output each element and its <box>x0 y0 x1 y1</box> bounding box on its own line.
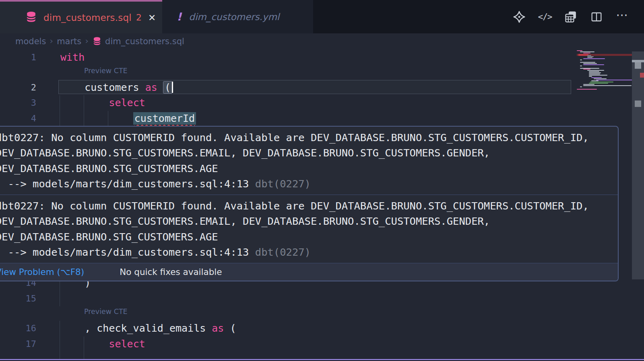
warning-icon: ! <box>177 10 182 23</box>
error-message-line: DEV_DATABASE.BRUNO.STG_CUSTOMERS.EMAIL, … <box>0 145 618 160</box>
code-token: select <box>109 97 145 109</box>
minimap-line <box>589 75 607 76</box>
matched-bracket: ( <box>163 82 172 93</box>
indent-guide <box>84 352 84 360</box>
code-line[interactable]: 17 select <box>0 336 644 352</box>
minimap-line <box>587 56 594 57</box>
compiled-code-icon[interactable]: </> <box>538 8 552 25</box>
diagnostic-code: dbt(0227) <box>255 246 311 258</box>
minimap-line <box>583 58 605 59</box>
minimap-line <box>589 83 608 84</box>
code-line[interactable]: 15 <box>0 291 644 307</box>
code-token: , check_valid_emails <box>60 322 212 334</box>
code-line[interactable]: 3 select <box>0 95 644 111</box>
breadcrumb-models[interactable]: models <box>15 37 46 46</box>
editor-actions: </> ⋯ <box>512 0 630 33</box>
error-message-line: DEV_DATABASE.BRUNO.STG_CUSTOMERS.AGE <box>0 229 618 244</box>
minimap-line <box>580 51 594 52</box>
error-block: dbt0227: No column CUSTOMERID found. Ava… <box>0 127 618 195</box>
tab-dim-customers-yml[interactable]: ! dim_customers.yml <box>162 0 313 33</box>
database-icon <box>92 36 102 48</box>
close-icon[interactable]: ✕ <box>148 12 156 23</box>
codelens-preview-cte[interactable]: Preview CTE <box>84 67 128 75</box>
minimap-line <box>580 68 599 69</box>
query-results-icon[interactable] <box>564 8 578 25</box>
dbt-power-user-icon[interactable] <box>512 8 526 25</box>
code-token <box>60 338 109 350</box>
chevron-right-icon: › <box>46 36 57 47</box>
code-text: customerId <box>60 111 196 127</box>
modified-count-badge: 2 <box>136 12 142 23</box>
indent-guide <box>60 321 60 336</box>
code-token: as <box>145 82 157 93</box>
minimap-line <box>583 84 594 85</box>
code-line[interactable] <box>0 352 644 360</box>
tab-dim-customers-sql[interactable]: dim_customers.sql 2 ✕ <box>0 0 162 33</box>
code-line[interactable]: 1with <box>0 50 644 66</box>
code-token: as <box>212 322 224 334</box>
line-number: 17 <box>0 336 36 352</box>
breadcrumb-file[interactable]: dim_customers.sql <box>105 37 184 46</box>
error-block: dbt0227: No column CUSTOMERID found. Ava… <box>0 195 618 263</box>
minimap-line <box>590 82 613 82</box>
code-token: ( <box>224 322 236 334</box>
breadcrumb-marts[interactable]: marts <box>57 37 81 46</box>
code-text: customers as ( <box>60 80 173 96</box>
overview-error-marker <box>640 73 644 78</box>
code-line[interactable]: 2 customers as ( <box>0 80 644 96</box>
minimap-line <box>591 77 602 78</box>
minimap-line <box>577 89 597 90</box>
minimap-line <box>583 64 604 65</box>
minimap-line <box>583 85 632 86</box>
tab-label: dim_customers.yml <box>189 12 279 22</box>
error-message-line: dbt0227: No column CUSTOMERID found. Ava… <box>0 198 618 213</box>
code-line[interactable]: 4 customerId <box>0 111 644 127</box>
more-actions-icon[interactable]: ⋯ <box>615 6 630 27</box>
line-number: 1 <box>0 50 36 66</box>
indent-guide <box>60 291 60 307</box>
line-number: 2 <box>0 80 36 96</box>
code-token <box>60 97 109 109</box>
indent-guide <box>60 111 60 127</box>
minimap-line <box>583 69 590 70</box>
codelens-preview-cte[interactable]: Preview CTE <box>84 308 128 316</box>
minimap-line <box>589 74 600 74</box>
minimap-line <box>580 62 595 63</box>
error-location: --> models/marts/dim_customers.sql:4:13 <box>0 178 255 190</box>
code-token: select <box>109 338 145 350</box>
minimap-line <box>587 57 592 58</box>
minimap-line <box>596 80 634 80</box>
code-text: select <box>60 95 145 111</box>
indent-guide <box>60 336 60 352</box>
code-text: select <box>60 336 145 352</box>
minimap-line <box>580 59 582 60</box>
quick-fix-hint: No quick fixes available <box>120 267 222 277</box>
minimap-line <box>587 55 591 56</box>
codelens-row: Preview CTE <box>0 306 644 321</box>
error-identifier-customerid[interactable]: customerId <box>133 112 196 125</box>
code-editor[interactable]: 1withPreview CTE2 customers as (3 select… <box>0 49 644 361</box>
scrollbar-slider[interactable] <box>632 51 644 279</box>
line-number: 3 <box>0 95 36 111</box>
line-number: 4 <box>0 111 36 127</box>
error-message-line: DEV_DATABASE.BRUNO.STG_CUSTOMERS.AGE <box>0 161 618 176</box>
minimap-line <box>589 72 601 73</box>
code-token: with <box>60 51 85 63</box>
popup-status-bar: View Problem (⌥F8) No quick fixes availa… <box>0 263 618 281</box>
code-text: with <box>60 50 85 66</box>
view-problem-link[interactable]: View Problem (⌥F8) <box>0 267 84 277</box>
minimap-line <box>591 80 599 81</box>
code-line[interactable]: 16 , check_valid_emails as ( <box>0 321 644 336</box>
minimap-line <box>589 76 592 77</box>
split-editor-icon[interactable] <box>589 8 604 25</box>
error-location-line: --> models/marts/dim_customers.sql:4:13 … <box>0 244 618 260</box>
minimap-line <box>587 70 604 71</box>
text-cursor <box>172 82 173 93</box>
error-location: --> models/marts/dim_customers.sql:4:13 <box>0 246 255 258</box>
code-lines-top: 1withPreview CTE2 customers as (3 select… <box>0 50 644 126</box>
codelens-row: Preview CTE <box>0 66 644 80</box>
line-number: 16 <box>0 321 36 336</box>
code-token: customers <box>60 82 145 93</box>
error-location-line: --> models/marts/dim_customers.sql:4:13 … <box>0 176 618 191</box>
line-number: 15 <box>0 291 36 307</box>
